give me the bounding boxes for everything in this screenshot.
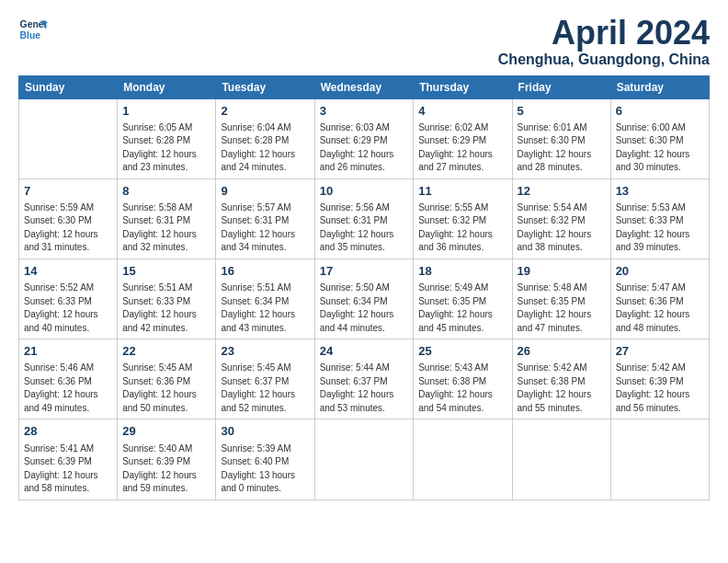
column-header-saturday: Saturday (610, 75, 709, 98)
day-number: 19 (518, 263, 606, 280)
day-info: Sunrise: 5:45 AMSunset: 6:36 PMDaylight:… (122, 362, 210, 415)
empty-cell (610, 419, 709, 500)
day-number: 27 (616, 343, 704, 360)
day-info: Sunrise: 5:43 AMSunset: 6:38 PMDaylight:… (418, 362, 506, 415)
week-row-3: 14Sunrise: 5:52 AMSunset: 6:33 PMDayligh… (19, 259, 710, 339)
day-cell-25: 25Sunrise: 5:43 AMSunset: 6:38 PMDayligh… (414, 339, 512, 419)
day-number: 14 (24, 263, 112, 280)
column-header-thursday: Thursday (414, 75, 512, 98)
empty-cell (512, 419, 610, 500)
day-info: Sunrise: 6:01 AMSunset: 6:30 PMDaylight:… (518, 121, 606, 175)
day-info: Sunrise: 6:00 AMSunset: 6:30 PMDaylight:… (616, 121, 704, 175)
empty-cell (19, 98, 118, 178)
day-number: 1 (122, 103, 210, 120)
day-info: Sunrise: 5:56 AMSunset: 6:31 PMDaylight:… (320, 201, 409, 255)
day-number: 24 (320, 343, 409, 360)
day-info: Sunrise: 5:53 AMSunset: 6:33 PMDaylight:… (616, 201, 704, 255)
day-cell-19: 19Sunrise: 5:48 AMSunset: 6:35 PMDayligh… (512, 259, 610, 339)
day-number: 17 (320, 263, 409, 280)
day-cell-5: 5Sunrise: 6:01 AMSunset: 6:30 PMDaylight… (512, 98, 610, 178)
week-row-2: 7Sunrise: 5:59 AMSunset: 6:30 PMDaylight… (19, 178, 710, 259)
day-info: Sunrise: 6:05 AMSunset: 6:28 PMDaylight:… (122, 121, 210, 175)
header-row: SundayMondayTuesdayWednesdayThursdayFrid… (19, 75, 710, 98)
day-number: 7 (24, 183, 112, 200)
day-cell-4: 4Sunrise: 6:02 AMSunset: 6:29 PMDaylight… (414, 98, 512, 178)
day-cell-15: 15Sunrise: 5:51 AMSunset: 6:33 PMDayligh… (118, 259, 216, 339)
svg-text:Blue: Blue (20, 30, 41, 40)
day-cell-2: 2Sunrise: 6:04 AMSunset: 6:28 PMDaylight… (216, 98, 314, 178)
day-number: 20 (616, 263, 704, 280)
week-row-5: 28Sunrise: 5:41 AMSunset: 6:39 PMDayligh… (19, 419, 710, 500)
empty-cell (314, 419, 414, 500)
day-info: Sunrise: 5:48 AMSunset: 6:35 PMDaylight:… (518, 282, 606, 335)
day-info: Sunrise: 5:54 AMSunset: 6:32 PMDaylight:… (518, 201, 606, 255)
day-cell-16: 16Sunrise: 5:51 AMSunset: 6:34 PMDayligh… (216, 259, 314, 339)
day-cell-24: 24Sunrise: 5:44 AMSunset: 6:37 PMDayligh… (314, 339, 414, 419)
day-info: Sunrise: 5:40 AMSunset: 6:39 PMDaylight:… (122, 442, 210, 496)
page-container: General Blue April 2024 Chenghua, Guangd… (0, 0, 728, 510)
day-number: 9 (221, 183, 309, 200)
day-info: Sunrise: 5:45 AMSunset: 6:37 PMDaylight:… (221, 362, 309, 415)
day-info: Sunrise: 5:51 AMSunset: 6:34 PMDaylight:… (221, 282, 309, 335)
day-number: 5 (518, 103, 606, 120)
day-cell-12: 12Sunrise: 5:54 AMSunset: 6:32 PMDayligh… (512, 178, 610, 259)
column-header-wednesday: Wednesday (314, 75, 414, 98)
day-info: Sunrise: 6:03 AMSunset: 6:29 PMDaylight:… (320, 121, 409, 175)
day-info: Sunrise: 5:49 AMSunset: 6:35 PMDaylight:… (418, 282, 506, 335)
day-info: Sunrise: 5:59 AMSunset: 6:30 PMDaylight:… (24, 201, 112, 255)
day-info: Sunrise: 5:42 AMSunset: 6:39 PMDaylight:… (616, 362, 704, 415)
week-row-4: 21Sunrise: 5:46 AMSunset: 6:36 PMDayligh… (19, 339, 710, 419)
day-cell-26: 26Sunrise: 5:42 AMSunset: 6:38 PMDayligh… (512, 339, 610, 419)
day-number: 26 (518, 343, 606, 360)
day-info: Sunrise: 6:02 AMSunset: 6:29 PMDaylight:… (418, 121, 506, 175)
logo: General Blue (18, 15, 48, 44)
day-cell-10: 10Sunrise: 5:56 AMSunset: 6:31 PMDayligh… (314, 178, 414, 259)
day-info: Sunrise: 5:46 AMSunset: 6:36 PMDaylight:… (24, 362, 112, 415)
day-cell-13: 13Sunrise: 5:53 AMSunset: 6:33 PMDayligh… (610, 178, 709, 259)
day-number: 18 (418, 263, 506, 280)
day-number: 15 (122, 263, 210, 280)
day-number: 25 (418, 343, 506, 360)
logo-icon: General Blue (18, 15, 48, 44)
day-number: 3 (320, 103, 409, 120)
day-cell-1: 1Sunrise: 6:05 AMSunset: 6:28 PMDaylight… (118, 98, 216, 178)
day-info: Sunrise: 5:51 AMSunset: 6:33 PMDaylight:… (122, 282, 210, 335)
day-number: 12 (518, 183, 606, 200)
day-number: 16 (221, 263, 309, 280)
day-cell-7: 7Sunrise: 5:59 AMSunset: 6:30 PMDaylight… (19, 178, 118, 259)
day-cell-9: 9Sunrise: 5:57 AMSunset: 6:31 PMDaylight… (216, 178, 314, 259)
column-header-friday: Friday (512, 75, 610, 98)
title-block: April 2024 Chenghua, Guangdong, China (498, 15, 710, 68)
day-info: Sunrise: 5:39 AMSunset: 6:40 PMDaylight:… (221, 442, 309, 496)
empty-cell (414, 419, 512, 500)
day-info: Sunrise: 5:50 AMSunset: 6:34 PMDaylight:… (320, 282, 409, 335)
week-row-1: 1Sunrise: 6:05 AMSunset: 6:28 PMDaylight… (19, 98, 710, 178)
day-number: 30 (221, 423, 309, 440)
day-cell-11: 11Sunrise: 5:55 AMSunset: 6:32 PMDayligh… (414, 178, 512, 259)
day-number: 13 (616, 183, 704, 200)
day-cell-22: 22Sunrise: 5:45 AMSunset: 6:36 PMDayligh… (118, 339, 216, 419)
day-cell-20: 20Sunrise: 5:47 AMSunset: 6:36 PMDayligh… (610, 259, 709, 339)
day-info: Sunrise: 5:58 AMSunset: 6:31 PMDaylight:… (122, 201, 210, 255)
location: Chenghua, Guangdong, China (498, 52, 710, 68)
calendar-table: SundayMondayTuesdayWednesdayThursdayFrid… (18, 75, 710, 500)
day-number: 10 (320, 183, 409, 200)
day-cell-6: 6Sunrise: 6:00 AMSunset: 6:30 PMDaylight… (610, 98, 709, 178)
day-number: 29 (122, 423, 210, 440)
day-number: 23 (221, 343, 309, 360)
column-header-monday: Monday (118, 75, 216, 98)
day-cell-14: 14Sunrise: 5:52 AMSunset: 6:33 PMDayligh… (19, 259, 118, 339)
day-cell-30: 30Sunrise: 5:39 AMSunset: 6:40 PMDayligh… (216, 419, 314, 500)
day-number: 28 (24, 423, 112, 440)
day-info: Sunrise: 5:41 AMSunset: 6:39 PMDaylight:… (24, 442, 112, 496)
day-info: Sunrise: 5:55 AMSunset: 6:32 PMDaylight:… (418, 201, 506, 255)
month-title: April 2024 (498, 15, 710, 52)
day-number: 4 (418, 103, 506, 120)
day-cell-17: 17Sunrise: 5:50 AMSunset: 6:34 PMDayligh… (314, 259, 414, 339)
day-info: Sunrise: 5:44 AMSunset: 6:37 PMDaylight:… (320, 362, 409, 415)
day-cell-28: 28Sunrise: 5:41 AMSunset: 6:39 PMDayligh… (19, 419, 118, 500)
day-number: 21 (24, 343, 112, 360)
day-info: Sunrise: 5:52 AMSunset: 6:33 PMDaylight:… (24, 282, 112, 335)
header: General Blue April 2024 Chenghua, Guangd… (18, 15, 710, 68)
column-header-tuesday: Tuesday (216, 75, 314, 98)
